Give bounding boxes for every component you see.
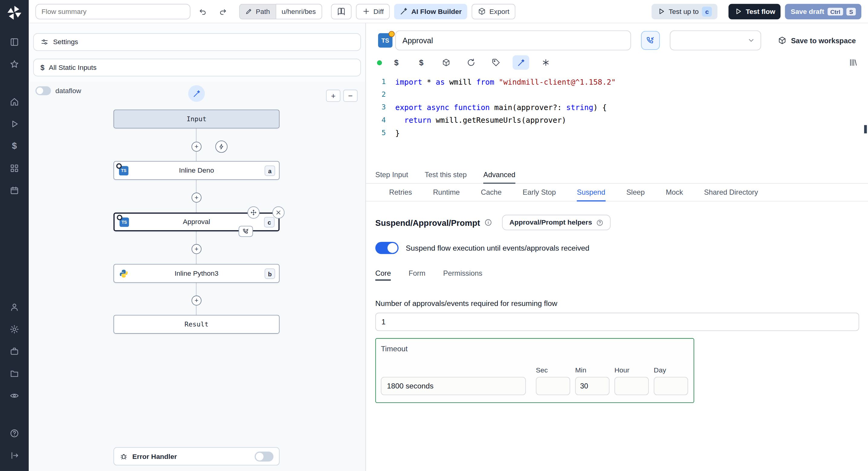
suspend-phone-button[interactable]	[641, 31, 660, 50]
tab-sleep[interactable]: Sleep	[626, 184, 645, 202]
tab-cache[interactable]: Cache	[481, 184, 502, 202]
diff-button[interactable]: Diff	[356, 4, 390, 19]
timeout-min-input[interactable]	[575, 377, 610, 395]
timeout-day-input[interactable]	[654, 377, 688, 395]
suspend-settings: Suspend/Approval/Prompt Approval/Prompt …	[366, 201, 868, 471]
asterisk-icon[interactable]	[541, 57, 551, 67]
sidebar-kanban-icon[interactable]	[0, 31, 29, 53]
error-handler-toggle[interactable]	[255, 451, 274, 461]
info-icon[interactable]	[485, 218, 492, 227]
step-name-input[interactable]	[395, 31, 631, 51]
timeout-hour-label: Hour	[614, 366, 649, 374]
subtab-form[interactable]: Form	[409, 266, 426, 281]
insert-step-button-2[interactable]: +	[192, 193, 202, 203]
sidebar-toolbox-icon[interactable]	[0, 341, 29, 362]
dataflow-toggle[interactable]	[35, 86, 51, 95]
tab-advanced[interactable]: Advanced	[483, 166, 515, 184]
path-edit-segment[interactable]: Path	[239, 4, 275, 19]
tab-mock[interactable]: Mock	[666, 184, 683, 202]
sidebar-eye-icon[interactable]	[0, 385, 29, 407]
step-header: TS Save to workspace	[366, 23, 868, 53]
tab-shared-directory[interactable]: Shared Directory	[704, 184, 758, 202]
ai-assistant-icon[interactable]	[513, 55, 529, 70]
sidebar-folder-icon[interactable]	[0, 362, 29, 385]
topbar: Path u/henri/bes Diff AI Flow Builder Ex…	[29, 0, 868, 23]
ai-flow-builder-button[interactable]: AI Flow Builder	[394, 4, 467, 19]
delete-node-button[interactable]	[272, 206, 284, 218]
zoom-out-button[interactable]: −	[343, 90, 358, 102]
suspend-phone-icon	[239, 226, 253, 237]
input-node-label: Input	[186, 115, 207, 123]
resource-picker-icon[interactable]: $	[416, 57, 426, 67]
typescript-icon: TS	[119, 166, 128, 175]
windmill-logo-icon[interactable]	[6, 4, 23, 21]
path-control[interactable]: Path u/henri/bes	[239, 4, 322, 19]
flow-node-approval[interactable]: TS Approval c	[113, 212, 279, 231]
suspend-toggle[interactable]	[375, 242, 399, 254]
library-icon[interactable]	[848, 57, 858, 67]
ai-wand-button[interactable]	[188, 85, 205, 102]
book-button[interactable]	[331, 4, 351, 19]
test-flow-button[interactable]: Test flow	[729, 4, 781, 19]
tag-select-dropdown[interactable]	[670, 31, 761, 51]
trigger-bolt-button[interactable]	[215, 141, 227, 153]
flow-node-inline-python3[interactable]: Inline Python3 b	[113, 264, 279, 283]
tab-step-input[interactable]: Step Input	[375, 166, 408, 184]
advanced-tabs: Retries Runtime Cache Early Stop Suspend…	[366, 184, 868, 202]
sidebar-schedules-icon[interactable]	[0, 179, 29, 201]
timeout-seconds-input[interactable]	[381, 377, 526, 395]
code-editor[interactable]: 1import * as wmill from "windmill-client…	[366, 72, 868, 166]
dataflow-label: dataflow	[55, 87, 81, 95]
editor-toolbar: $ $	[366, 53, 868, 72]
tab-early-stop[interactable]: Early Stop	[523, 184, 556, 202]
tag-icon[interactable]	[491, 57, 501, 67]
sidebar-star-icon[interactable]	[0, 53, 29, 75]
subtab-core[interactable]: Core	[375, 266, 391, 281]
insert-step-button-1[interactable]: +	[192, 142, 202, 152]
tab-suspend[interactable]: Suspend	[577, 184, 606, 202]
sidebar-help-icon[interactable]	[0, 422, 29, 444]
package-icon	[478, 7, 486, 16]
move-node-button[interactable]	[248, 206, 259, 218]
save-draft-label: Save draft	[790, 7, 824, 16]
approvals-count-input[interactable]	[375, 313, 859, 331]
redo-button[interactable]	[215, 4, 230, 19]
node-label: Inline Deno	[179, 167, 214, 174]
undo-button[interactable]	[195, 4, 210, 19]
test-up-to-button[interactable]: Test up to c	[652, 4, 717, 19]
export-button[interactable]: Export	[472, 4, 516, 19]
sidebar-gear-icon[interactable]	[0, 318, 29, 341]
tab-runtime[interactable]: Runtime	[433, 184, 460, 202]
subtab-permissions[interactable]: Permissions	[443, 266, 483, 281]
package-icon[interactable]	[441, 57, 451, 67]
error-handler-row[interactable]: Error Handler	[113, 447, 279, 465]
flow-settings-button[interactable]: Settings	[33, 33, 361, 51]
editor-scroll-indicator[interactable]	[864, 125, 867, 133]
flow-summary-input[interactable]	[35, 4, 190, 19]
flow-node-input[interactable]: Input	[113, 110, 279, 128]
test-flow-label: Test flow	[746, 7, 776, 16]
tab-retries[interactable]: Retries	[389, 184, 412, 202]
tab-test-this-step[interactable]: Test this step	[425, 166, 467, 184]
node-label: Approval	[183, 218, 210, 226]
all-static-inputs-button[interactable]: $ All Static Inputs	[33, 59, 361, 77]
timeout-hour-input[interactable]	[614, 377, 649, 395]
zoom-in-button[interactable]: +	[326, 90, 341, 102]
dollar-icon: $	[40, 63, 44, 72]
sidebar-user-icon[interactable]	[0, 296, 29, 318]
flow-node-inline-deno[interactable]: TS Inline Deno a	[113, 161, 279, 180]
sidebar-variables-icon[interactable]: $	[0, 135, 29, 157]
flow-node-result[interactable]: Result	[113, 315, 279, 334]
approval-prompt-helpers-button[interactable]: Approval/Prompt helpers	[502, 215, 611, 230]
save-draft-button[interactable]: Save draft Ctrl S	[785, 4, 861, 19]
save-to-workspace-button[interactable]: Save to workspace	[778, 36, 856, 45]
variable-picker-icon[interactable]: $	[392, 57, 401, 67]
reload-icon[interactable]	[466, 57, 476, 67]
sidebar-home-icon[interactable]	[0, 91, 29, 113]
timeout-sec-input[interactable]	[536, 377, 570, 395]
insert-step-button-4[interactable]: +	[192, 296, 202, 306]
sidebar-runs-icon[interactable]	[0, 113, 29, 135]
sidebar-collapse-icon[interactable]	[0, 444, 29, 467]
insert-step-button-3[interactable]: +	[192, 244, 202, 254]
sidebar-resources-icon[interactable]	[0, 157, 29, 179]
